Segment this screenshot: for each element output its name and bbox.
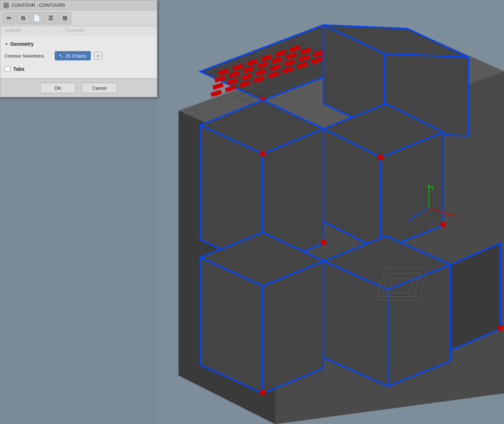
svg-point-52 <box>440 222 446 227</box>
paste-button[interactable]: 📄 <box>30 12 43 24</box>
clear-icon: × <box>97 53 100 59</box>
toolbar: ✏ ⧉ 📄 ☰ ⊞ <box>0 10 157 26</box>
contour-selections-row: Contour Selections ↖ 25 Chains × <box>5 50 153 65</box>
bg-contour-text: Contour5 <box>65 28 84 33</box>
dialog-title: CONTOUR : CONTOUR5 <box>12 3 65 8</box>
svg-text:X: X <box>451 212 455 218</box>
tabs-checkbox[interactable] <box>5 66 10 72</box>
geometry-section-header: ▼ Geometry <box>5 39 153 50</box>
svg-point-47 <box>321 240 326 245</box>
collapse-triangle[interactable]: ▼ <box>5 42 8 46</box>
cancel-button[interactable]: Cancel <box>81 83 117 93</box>
svg-point-51 <box>378 154 384 160</box>
chains-label: 25 Chains <box>65 53 87 59</box>
title-bar: — CONTOUR : CONTOUR5 <box>0 0 157 10</box>
sketch-button[interactable]: ✏ <box>3 12 15 24</box>
bg-name-text: waterjet <box>5 28 21 33</box>
svg-point-46 <box>260 151 266 157</box>
list-icon: ☰ <box>48 15 53 21</box>
contour-selections-label: Contour Selections <box>5 53 51 59</box>
table-icon: ⊞ <box>63 15 67 21</box>
tabs-label[interactable]: Tabs <box>13 66 25 72</box>
sketch-icon: ✏ <box>7 15 11 21</box>
ok-button[interactable]: OK <box>40 83 76 93</box>
minimize-button[interactable]: — <box>3 3 9 8</box>
cursor-icon: ↖ <box>59 53 63 59</box>
tabs-row: Tabs <box>5 65 153 75</box>
svg-text:Y: Y <box>431 185 434 191</box>
content-area: ▼ Geometry Contour Selections ↖ 25 Chain… <box>0 36 157 79</box>
clear-selection-button[interactable]: × <box>94 52 102 60</box>
dialog-panel: — CONTOUR : CONTOUR5 ✏ ⧉ 📄 ☰ ⊞ waterjet … <box>0 0 157 97</box>
svg-point-56 <box>260 390 266 395</box>
paste-icon: 📄 <box>33 15 40 21</box>
minimize-icon: — <box>4 3 8 7</box>
geometry-label: Geometry <box>10 41 34 47</box>
copy-button[interactable]: ⧉ <box>16 12 29 24</box>
svg-point-64 <box>498 325 503 331</box>
table-button[interactable]: ⊞ <box>58 12 71 24</box>
viewport-svg: Y X Z <box>157 0 504 424</box>
contour-selections-button[interactable]: ↖ 25 Chains <box>55 51 91 60</box>
copy-icon: ⧉ <box>21 15 25 21</box>
svg-text:Z: Z <box>409 216 412 222</box>
dialog-footer: OK Cancel <box>0 79 157 97</box>
list-button[interactable]: ☰ <box>44 12 57 24</box>
